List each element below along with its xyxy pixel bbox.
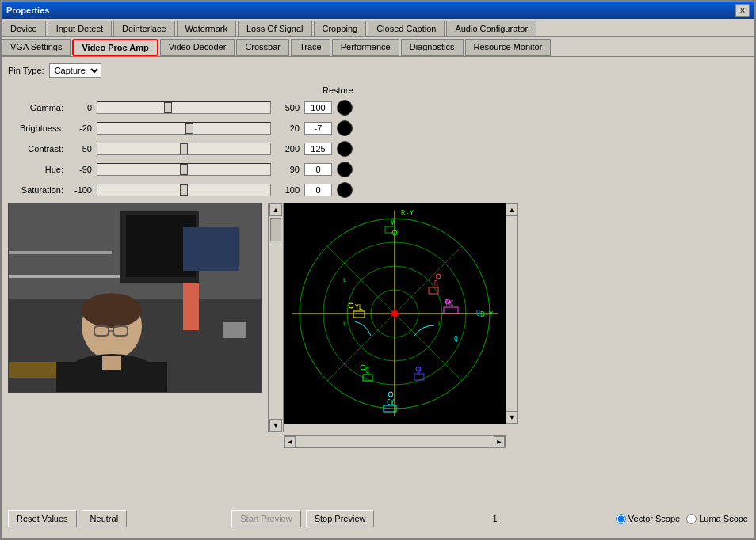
tab-watermark[interactable]: Watermark: [177, 21, 236, 36]
restore-button-3[interactable]: [337, 162, 353, 177]
restore-label: Restore: [323, 86, 353, 95]
tab-closed-caption[interactable]: Closed Caption: [368, 21, 445, 36]
start-preview-button[interactable]: Start Preview: [231, 510, 300, 527]
slider-max-2: 200: [276, 144, 300, 154]
restore-button-2[interactable]: [337, 141, 353, 157]
slider-value-3[interactable]: [304, 163, 332, 176]
luma-scope-radio[interactable]: [686, 514, 697, 524]
vector-scope-radio[interactable]: [616, 514, 626, 524]
stop-preview-button[interactable]: Stop Preview: [306, 510, 375, 527]
slider-max-0: 500: [276, 103, 300, 112]
slider-row-brightness: Brightness: -20 20: [8, 120, 748, 136]
right-panel: ▲ ▼: [268, 203, 748, 500]
scope-selector: Vector Scope Luma Scope: [616, 514, 748, 524]
svg-text:V: V: [391, 219, 395, 226]
slider-min-3: -90: [68, 165, 92, 174]
tab-performance[interactable]: Performance: [332, 39, 399, 56]
pin-type-select[interactable]: Capture Preview: [49, 63, 101, 78]
slider-thumb-3[interactable]: [180, 164, 188, 175]
svg-rect-6: [9, 251, 112, 254]
title-bar-controls: X: [735, 4, 750, 17]
slider-thumb-4[interactable]: [180, 184, 188, 196]
slider-thumb-1[interactable]: [185, 123, 193, 134]
slider-min-4: -100: [68, 185, 92, 195]
slider-thumb-2[interactable]: [180, 143, 188, 154]
slider-max-1: 20: [276, 124, 300, 133]
page-number: 1: [479, 514, 511, 523]
tab-cropping[interactable]: Cropping: [314, 21, 367, 36]
pin-type-label: Pin Type:: [8, 66, 44, 75]
slider-value-4[interactable]: [304, 184, 332, 196]
luma-scope-option[interactable]: Luma Scope: [686, 514, 748, 524]
slider-row-contrast: Contrast: 50 200: [8, 141, 748, 157]
slider-label-4: Saturation:: [8, 185, 63, 195]
close-button[interactable]: X: [735, 4, 750, 17]
scroll-down-arrow[interactable]: ▼: [269, 419, 282, 432]
svg-text:B-Y: B-Y: [480, 310, 494, 318]
svg-rect-15: [183, 283, 199, 330]
svg-rect-16: [223, 322, 246, 338]
slider-label-1: Brightness:: [8, 124, 63, 133]
vs-scroll-down[interactable]: ▼: [506, 411, 518, 424]
slider-value-2[interactable]: [304, 143, 332, 155]
slider-max-3: 90: [276, 165, 300, 174]
svg-text:R-Y: R-Y: [401, 209, 414, 217]
tab-deinterlace[interactable]: Deinterlace: [113, 21, 175, 36]
slider-label-3: Hue:: [8, 165, 63, 174]
tab-video-decoder[interactable]: Video Decoder: [160, 39, 235, 56]
svg-rect-5: [9, 275, 120, 278]
svg-rect-4: [183, 227, 239, 271]
tab-diagnostics[interactable]: Diagnostics: [401, 39, 464, 56]
svg-text:R: R: [434, 280, 438, 287]
tab-audio-configurator[interactable]: Audio Configurator: [446, 21, 536, 36]
tab-trace[interactable]: Trace: [291, 39, 330, 56]
restore-button-0[interactable]: [337, 100, 353, 116]
tab-device[interactable]: Device: [2, 21, 46, 36]
svg-text:L: L: [343, 321, 346, 327]
bottom-controls: Reset Values Neutral Start Preview Stop …: [8, 505, 748, 532]
restore-button-1[interactable]: [337, 120, 353, 136]
tabs-row-2: VGA SettingsVideo Proc AmpVideo DecoderC…: [2, 37, 754, 57]
slider-label-2: Contrast:: [8, 144, 63, 154]
tab-loss-of-signal[interactable]: Loss Of Signal: [238, 21, 312, 36]
slider-track-0[interactable]: [97, 101, 271, 114]
tab-crossbar[interactable]: Crossbar: [236, 39, 289, 56]
slider-thumb-0[interactable]: [164, 102, 172, 113]
tab-vga-settings[interactable]: VGA Settings: [2, 39, 71, 56]
window-title: Properties: [6, 6, 49, 15]
slider-track-2[interactable]: [97, 143, 271, 155]
slider-row-gamma: Gamma: 0 500: [8, 100, 748, 116]
neutral-button[interactable]: Neutral: [82, 510, 127, 527]
preview-area: [8, 203, 262, 500]
hscroll-right[interactable]: ►: [494, 436, 505, 447]
hscroll-left[interactable]: ◄: [284, 436, 296, 447]
slider-track-1[interactable]: [97, 122, 271, 135]
restore-header: Restore: [92, 86, 748, 95]
restore-button-4[interactable]: [337, 182, 353, 198]
svg-rect-14: [102, 356, 121, 370]
preview-panel: [8, 203, 262, 393]
slider-value-1[interactable]: [304, 122, 332, 135]
vectorscope-display: R-Y B-Y V R YL: [284, 203, 506, 424]
slider-track-3[interactable]: [97, 163, 271, 176]
slider-track-4[interactable]: [97, 184, 271, 196]
slider-min-1: -20: [68, 124, 92, 133]
content-area: Pin Type: Capture Preview Restore Gamma:…: [2, 57, 754, 538]
tab-input-detect[interactable]: Input Detect: [48, 21, 112, 36]
properties-window: Properties X DeviceInput DetectDeinterla…: [0, 0, 756, 540]
scroll-up-arrow[interactable]: ▲: [269, 203, 282, 216]
vs-scroll-up[interactable]: ▲: [506, 203, 518, 216]
slider-min-0: 0: [68, 103, 92, 112]
svg-text:L: L: [391, 400, 394, 406]
tab-resource-monitor[interactable]: Resource Monitor: [465, 39, 552, 56]
tab-video-proc-amp[interactable]: Video Proc Amp: [72, 39, 158, 56]
svg-text:U: U: [476, 310, 480, 318]
scroll-thumb[interactable]: [270, 218, 281, 241]
vector-scope-option[interactable]: Vector Scope: [616, 514, 680, 524]
slider-label-0: Gamma:: [8, 103, 63, 112]
slider-value-0[interactable]: [304, 101, 332, 114]
reset-values-button[interactable]: Reset Values: [8, 510, 77, 527]
right-scrollbar: ▲ ▼: [506, 203, 518, 424]
slider-row-saturation: Saturation: -100 100: [8, 182, 748, 198]
svg-text:Q: Q: [454, 336, 458, 343]
